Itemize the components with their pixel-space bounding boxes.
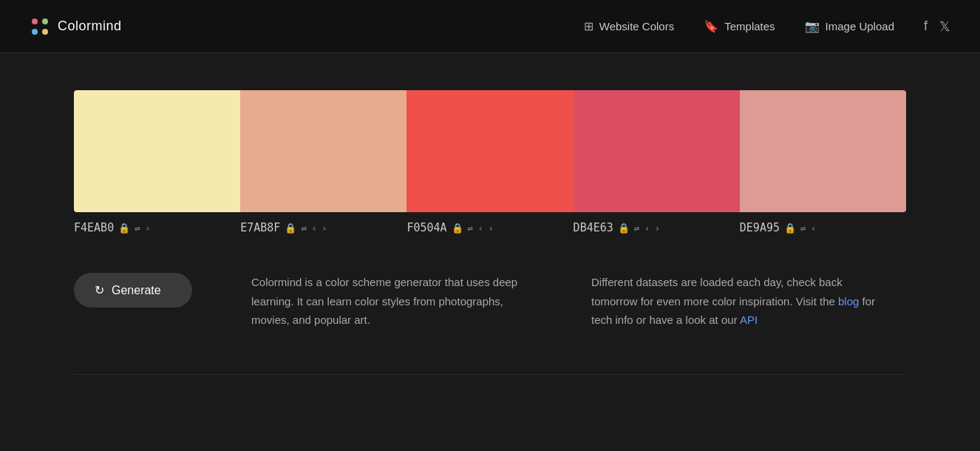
main-content: F4EAB0 🔒 ⇌ › E7AB8F 🔒 ⇌ ‹ › F0504A 🔒 ⇌ ‹… xyxy=(0,53,980,359)
nav-links: ⊞ Website Colors 🔖 Templates 📷 Image Upl… xyxy=(584,19,894,33)
bookmark-icon: 🔖 xyxy=(704,19,718,33)
color-code-3: F0504A xyxy=(406,221,446,234)
color-palette xyxy=(74,90,906,212)
color-code-1: F4EAB0 xyxy=(74,221,114,234)
adjust-icon-2[interactable]: ⇌ xyxy=(301,223,307,234)
svg-point-0 xyxy=(32,18,38,24)
color-label-5: DE9A95 🔒 ⇌ ‹ xyxy=(740,212,906,243)
color-label-1: F4EAB0 🔒 ⇌ › xyxy=(74,212,240,243)
navbar: Colormind ⊞ Website Colors 🔖 Templates 📷… xyxy=(0,0,980,53)
swatch-3[interactable] xyxy=(406,90,573,212)
footer-divider xyxy=(74,374,906,375)
image-upload-label: Image Upload xyxy=(826,20,894,33)
generate-label: Generate xyxy=(112,284,161,297)
svg-point-2 xyxy=(32,29,38,35)
arrow-left-5[interactable]: ‹ xyxy=(811,223,817,234)
svg-point-1 xyxy=(42,18,48,24)
templates-label: Templates xyxy=(724,20,775,33)
color-code-4: DB4E63 xyxy=(574,221,613,234)
adjust-icon-4[interactable]: ⇌ xyxy=(634,223,640,234)
info-right-before: Different datasets are loaded each day, … xyxy=(591,276,843,308)
grid-icon: ⊞ xyxy=(584,19,593,33)
lock-icon-1[interactable]: 🔒 xyxy=(118,223,130,234)
website-colors-label: Website Colors xyxy=(599,20,674,33)
arrow-right-1[interactable]: › xyxy=(145,223,151,234)
twitter-icon[interactable]: 𝕏 xyxy=(939,18,950,35)
adjust-icon-5[interactable]: ⇌ xyxy=(800,223,806,234)
swatch-1[interactable] xyxy=(74,90,240,212)
blog-link[interactable]: blog xyxy=(838,295,859,308)
color-code-5: DE9A95 xyxy=(740,221,780,234)
brand-name: Colormind xyxy=(58,18,122,34)
arrow-right-2[interactable]: › xyxy=(321,223,327,234)
swatch-5[interactable] xyxy=(740,90,906,212)
image-upload-link[interactable]: 📷 Image Upload xyxy=(805,19,894,33)
logo-icon xyxy=(30,16,50,37)
svg-point-3 xyxy=(42,29,48,35)
api-link[interactable]: API xyxy=(740,313,758,326)
swatch-2[interactable] xyxy=(240,90,406,212)
facebook-icon[interactable]: f xyxy=(924,18,928,34)
website-colors-link[interactable]: ⊞ Website Colors xyxy=(584,19,674,33)
lock-icon-4[interactable]: 🔒 xyxy=(618,223,630,234)
color-label-3: F0504A 🔒 ⇌ ‹ › xyxy=(406,212,573,243)
bottom-section: ↻ Generate Colormind is a color scheme g… xyxy=(74,273,906,330)
info-left-text: Colormind is a color scheme generator th… xyxy=(251,273,532,330)
adjust-icon-3[interactable]: ⇌ xyxy=(468,223,474,234)
color-label-4: DB4E63 🔒 ⇌ ‹ › xyxy=(574,212,740,243)
info-right-text: Different datasets are loaded each day, … xyxy=(591,273,887,330)
arrow-right-3[interactable]: › xyxy=(488,223,494,234)
lock-icon-3[interactable]: 🔒 xyxy=(452,223,463,234)
color-label-2: E7AB8F 🔒 ⇌ ‹ › xyxy=(240,212,406,243)
camera-icon: 📷 xyxy=(805,19,820,33)
refresh-icon: ↻ xyxy=(95,283,104,297)
swatch-4[interactable] xyxy=(574,90,740,212)
palette-labels: F4EAB0 🔒 ⇌ › E7AB8F 🔒 ⇌ ‹ › F0504A 🔒 ⇌ ‹… xyxy=(74,212,906,243)
arrow-left-2[interactable]: ‹ xyxy=(311,223,317,234)
arrow-left-4[interactable]: ‹ xyxy=(644,223,650,234)
templates-link[interactable]: 🔖 Templates xyxy=(704,19,775,33)
color-code-2: E7AB8F xyxy=(240,221,280,234)
generate-button[interactable]: ↻ Generate xyxy=(74,273,192,308)
logo-link[interactable]: Colormind xyxy=(30,16,122,37)
adjust-icon-1[interactable]: ⇌ xyxy=(135,223,140,234)
arrow-right-4[interactable]: › xyxy=(654,223,660,234)
arrow-left-3[interactable]: ‹ xyxy=(477,223,483,234)
lock-icon-2[interactable]: 🔒 xyxy=(285,223,296,234)
lock-icon-5[interactable]: 🔒 xyxy=(784,223,796,234)
social-links: f 𝕏 xyxy=(924,18,950,35)
